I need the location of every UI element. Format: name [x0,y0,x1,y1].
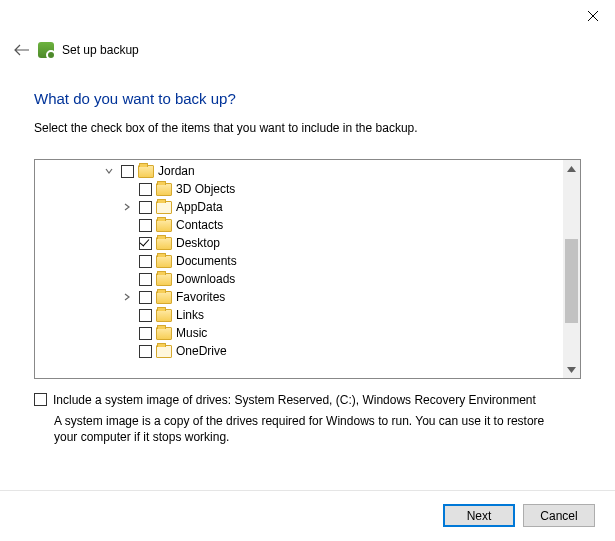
tree-checkbox[interactable] [139,255,152,268]
collapse-icon[interactable] [101,166,117,176]
tree-checkbox[interactable] [139,183,152,196]
folder-icon [156,309,172,322]
tree-checkbox[interactable] [139,291,152,304]
tree-node[interactable]: Links [35,306,563,324]
app-icon [38,42,54,58]
tree-checkbox[interactable] [139,273,152,286]
tree-checkbox[interactable] [139,201,152,214]
cancel-button[interactable]: Cancel [523,504,595,527]
tree-node[interactable]: 3D Objects [35,180,563,198]
page-description: Select the check box of the items that y… [34,121,581,135]
tree-node[interactable]: OneDrive [35,342,563,360]
folder-icon [156,291,172,304]
content-area: What do you want to back up? Select the … [34,80,581,445]
header: Set up backup [14,42,139,58]
folder-icon [156,201,172,214]
folder-icon [156,327,172,340]
scroll-up-button[interactable] [563,160,580,177]
tree-node[interactable]: AppData [35,198,563,216]
folder-icon [156,237,172,250]
tree-label: Desktop [176,234,220,252]
expand-icon[interactable] [119,202,135,212]
footer-divider [0,490,615,491]
tree-label: Contacts [176,216,223,234]
tree-label: AppData [176,198,223,216]
folder-icon [156,219,172,232]
tree-checkbox[interactable] [139,327,152,340]
close-button[interactable] [583,6,603,26]
tree-label: Favorites [176,288,225,306]
folder-icon [156,345,172,358]
tree-node[interactable]: Documents [35,252,563,270]
caret-down-icon [567,367,576,373]
tree-checkbox[interactable] [139,219,152,232]
scroll-thumb[interactable] [565,239,578,323]
tree-node[interactable]: Downloads [35,270,563,288]
tree-node[interactable]: Favorites [35,288,563,306]
footer: Next Cancel [443,504,595,527]
caret-up-icon [567,166,576,172]
tree-label: Documents [176,252,237,270]
folder-icon [156,255,172,268]
tree-label: Downloads [176,270,235,288]
scroll-track[interactable] [563,177,580,361]
window-title: Set up backup [62,43,139,57]
system-image-option: Include a system image of drives: System… [34,393,581,407]
system-image-label: Include a system image of drives: System… [53,393,536,407]
folder-icon [156,273,172,286]
back-button[interactable] [14,42,30,58]
tree-node[interactable]: Jordan [35,162,563,180]
expand-icon[interactable] [119,292,135,302]
scrollbar[interactable] [563,160,580,378]
next-button[interactable]: Next [443,504,515,527]
tree-label: OneDrive [176,342,227,360]
tree-view: Jordan3D ObjectsAppDataContactsDesktopDo… [34,159,581,379]
tree-node[interactable]: Contacts [35,216,563,234]
system-image-note: A system image is a copy of the drives r… [54,413,564,445]
tree-node[interactable]: Music [35,324,563,342]
tree-checkbox[interactable] [121,165,134,178]
scroll-down-button[interactable] [563,361,580,378]
tree-label: 3D Objects [176,180,235,198]
tree-checkbox[interactable] [139,237,152,250]
tree-node[interactable]: Desktop [35,234,563,252]
page-heading: What do you want to back up? [34,90,581,107]
close-icon [587,10,599,22]
tree-label: Jordan [158,162,195,180]
tree-checkbox[interactable] [139,309,152,322]
tree-checkbox[interactable] [139,345,152,358]
folder-icon [156,183,172,196]
wizard-window: Set up backup What do you want to back u… [0,0,615,541]
system-image-checkbox[interactable] [34,393,47,406]
tree-label: Music [176,324,207,342]
folder-icon [138,165,154,178]
tree-label: Links [176,306,204,324]
back-arrow-icon [14,43,30,57]
